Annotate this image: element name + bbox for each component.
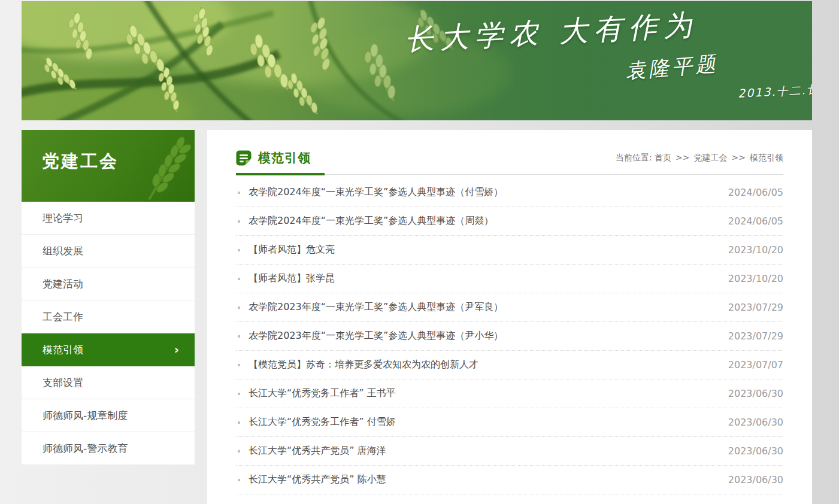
bullet-square-icon [238,220,240,223]
bullet-square-icon [238,278,240,280]
bullet-square-icon [238,192,240,194]
sidebar-item[interactable]: 师德师风-警示教育 [22,432,195,465]
bullet-square-icon [238,364,240,366]
sidebar-item-label: 党建活动 [43,277,83,291]
bullet-square-icon [238,393,240,395]
article-title-link[interactable]: 长江大学“优秀党务工作者” 王书平 [249,387,714,400]
bullet-square-icon [238,479,240,481]
sidebar-item[interactable]: 组织发展 [22,235,195,268]
article-title-link[interactable]: 农学院2024年度“一束光学工奖”参选人典型事迹（付雪娇） [249,186,714,199]
article-date: 2023/07/29 [728,330,783,342]
sidebar-header: 党建工会 [22,130,195,202]
sidebar-item-active[interactable]: 模范引领› [22,333,195,366]
article-row: 长江大学“优秀党务工作者” 王书平2023/06/30 [236,379,783,408]
sidebar-item[interactable]: 党建活动 [22,268,195,300]
article-row: 长江大学“优秀共产党员” 唐海洋2023/06/30 [236,437,783,466]
article-title-link[interactable]: 【师者风范】危文亮 [249,244,714,256]
breadcrumb-link[interactable]: 模范引领 [750,153,783,162]
article-row: 【师者风范】危文亮2023/10/20 [236,236,783,265]
sidebar-item-label: 支部设置 [43,376,83,390]
article-row: 【模范党员】苏奇：培养更多爱农知农为农的创新人才2023/07/07 [236,351,783,379]
breadcrumb-link[interactable]: 党建工会 [694,153,728,162]
article-date: 2023/06/30 [728,474,783,485]
sidebar-title: 党建工会 [42,150,119,174]
article-date: 2023/06/30 [728,417,783,428]
article-title-link[interactable]: 【模范党员】苏奇：培养更多爱农知农为农的创新人才 [249,359,714,371]
section-title-wrap: 模范引领 [236,150,311,166]
sidebar-item-label: 组织发展 [43,244,83,258]
content-header: 模范引领 当前位置: 首页>>党建工会>>模范引领 [236,130,783,166]
sidebar: 党建工会 理论学习组织发展党建活动工会工作模范引领›支部设置师德师风-规章制度师… [22,130,195,465]
hero-banner: 长大学农 大有作为 袁隆平题 2013.十二.廿四 [22,1,812,120]
title-underline [236,174,783,175]
sidebar-item[interactable]: 理论学习 [22,202,195,235]
breadcrumb-separator: >> [676,153,689,162]
article-row: 长江大学“优秀共产党员” 陈小慧2023/06/30 [236,466,783,494]
bullet-square-icon [238,450,240,453]
sidebar-item[interactable]: 师德师风-规章制度 [22,399,195,432]
sidebar-item-label: 工会工作 [43,310,83,324]
sidebar-item-label: 师德师风-规章制度 [43,409,128,423]
sidebar-item-label: 模范引领 [43,343,83,357]
article-date: 2023/07/29 [728,302,783,313]
sidebar-item-label: 师德师风-警示教育 [43,442,128,456]
breadcrumb-separator: >> [732,153,746,162]
article-row: 【师者风范】张学昆2023/10/20 [236,265,783,293]
bullet-square-icon [238,306,240,309]
article-row: 农学院2023年度“一束光学工奖”参选人典型事迹（尹军良）2023/07/29 [236,293,783,322]
sidebar-menu: 理论学习组织发展党建活动工会工作模范引领›支部设置师德师风-规章制度师德师风-警… [22,202,195,465]
article-date: 2023/07/07 [728,359,783,371]
article-row: 农学院2024年度“一束光学工奖”参选人典型事迹（周燚）2024/06/05 [236,207,783,236]
article-list: 农学院2024年度“一束光学工奖”参选人典型事迹（付雪娇）2024/06/05农… [236,178,783,494]
article-title-link[interactable]: 长江大学“优秀共产党员” 唐海洋 [249,445,714,457]
bullet-square-icon [238,249,240,251]
bullet-square-icon [238,335,240,338]
article-row: 农学院2024年度“一束光学工奖”参选人典型事迹（付雪娇）2024/06/05 [236,178,783,207]
article-date: 2024/06/05 [728,187,783,198]
article-date: 2023/10/20 [728,273,783,284]
article-title-link[interactable]: 农学院2023年度“一束光学工奖”参选人典型事迹（尹小华） [249,330,714,342]
wheat-ear-icon [125,133,191,201]
article-row: 长江大学“优秀党务工作者” 付雪娇2023/06/30 [236,408,783,437]
article-title-link[interactable]: 【师者风范】张学昆 [249,272,714,285]
breadcrumb: 当前位置: 首页>>党建工会>>模范引领 [616,153,783,163]
article-title-link[interactable]: 长江大学“优秀党务工作者” 付雪娇 [249,416,714,429]
sidebar-item[interactable]: 支部设置 [22,366,195,399]
article-date: 2024/06/05 [728,215,783,227]
section-title: 模范引领 [258,150,311,166]
article-title-link[interactable]: 农学院2024年度“一束光学工奖”参选人典型事迹（周燚） [249,215,714,227]
sidebar-item[interactable]: 工会工作 [22,300,195,333]
article-title-link[interactable]: 农学院2023年度“一束光学工奖”参选人典型事迹（尹军良） [249,301,714,314]
article-date: 2023/06/30 [728,445,783,457]
chevron-right-icon: › [174,344,179,356]
breadcrumb-label: 当前位置: [616,153,655,162]
article-date: 2023/06/30 [728,388,783,399]
breadcrumb-link[interactable]: 首页 [655,153,671,162]
main-panel: 模范引领 当前位置: 首页>>党建工会>>模范引领 农学院2024年度“一束光学… [207,130,812,504]
sidebar-item-label: 理论学习 [43,211,83,225]
article-row: 农学院2023年度“一束光学工奖”参选人典型事迹（尹小华）2023/07/29 [236,322,783,351]
article-title-link[interactable]: 长江大学“优秀共产党员” 陈小慧 [249,473,714,486]
article-date: 2023/10/20 [728,244,783,256]
document-icon [236,150,252,166]
bullet-square-icon [238,421,240,424]
title-accent-bar [236,173,325,175]
